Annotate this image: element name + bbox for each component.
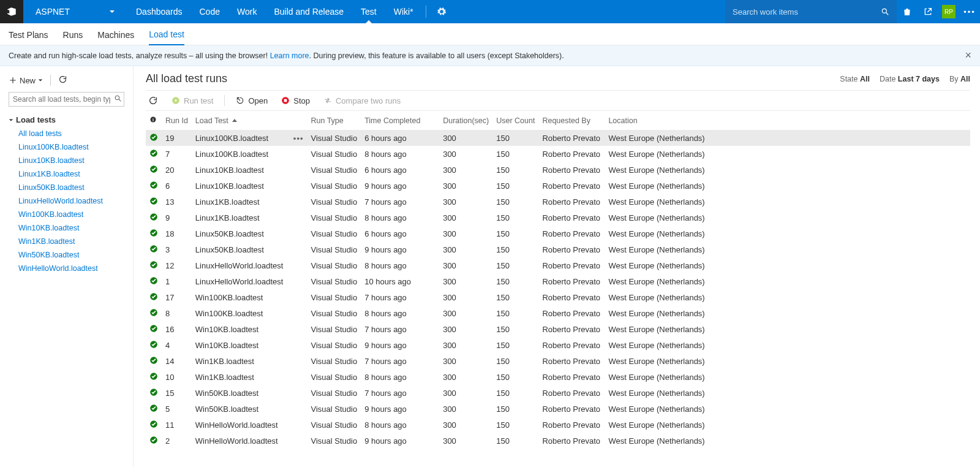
- subnav-machines[interactable]: Machines: [97, 25, 134, 45]
- subnav-test-plans[interactable]: Test Plans: [9, 25, 48, 45]
- cell-row-menu[interactable]: •••: [290, 417, 307, 433]
- filter-by[interactable]: By All: [949, 75, 970, 83]
- subnav-load-test[interactable]: Load test: [149, 25, 184, 45]
- cell-row-menu[interactable]: •••: [290, 226, 307, 241]
- refresh-runs-button[interactable]: [146, 94, 160, 107]
- table-row[interactable]: 18Linux50KB.loadtest•••Visual Studio6 ho…: [146, 226, 970, 241]
- nav-build-and-release[interactable]: Build and Release: [265, 0, 352, 23]
- table-row[interactable]: 19Linux100KB.loadtest•••Visual Studio6 h…: [146, 130, 970, 146]
- nav-test[interactable]: Test: [352, 0, 385, 23]
- new-window-button[interactable]: [918, 0, 938, 23]
- cell-row-menu[interactable]: •••: [290, 385, 307, 401]
- subnav-runs[interactable]: Runs: [63, 25, 83, 45]
- table-row[interactable]: 3Linux50KB.loadtest•••Visual Studio9 hou…: [146, 241, 970, 257]
- open-button[interactable]: Open: [233, 95, 270, 107]
- col-header[interactable]: Run Type: [307, 111, 361, 130]
- learn-more-link[interactable]: Learn more: [270, 51, 309, 60]
- tree-item[interactable]: Win100KB.loadtest: [9, 208, 124, 221]
- user-avatar[interactable]: RP: [942, 5, 956, 18]
- cell-row-menu[interactable]: •••: [290, 130, 307, 146]
- cell-row-menu[interactable]: •••: [290, 178, 307, 194]
- global-search[interactable]: [725, 0, 897, 23]
- col-header[interactable]: [290, 111, 307, 130]
- nav-work[interactable]: Work: [228, 0, 265, 23]
- filter-date[interactable]: Date Last 7 days: [880, 75, 940, 83]
- col-header[interactable]: Run Id: [162, 111, 192, 130]
- cell-row-menu[interactable]: •••: [290, 305, 307, 321]
- table-row[interactable]: 7Linux100KB.loadtest•••Visual Studio8 ho…: [146, 146, 970, 162]
- tree-item[interactable]: Linux10KB.loadtest: [9, 154, 124, 167]
- cell-row-menu[interactable]: •••: [290, 162, 307, 178]
- run-test-button[interactable]: Run test: [169, 95, 216, 107]
- search-loadtests[interactable]: [9, 92, 124, 107]
- table-row[interactable]: 12LinuxHelloWorld.loadtest•••Visual Stud…: [146, 257, 970, 273]
- close-banner-button[interactable]: ×: [965, 49, 971, 62]
- cell-row-menu[interactable]: •••: [290, 210, 307, 226]
- cell-row-menu[interactable]: •••: [290, 257, 307, 273]
- tree-item[interactable]: WinHelloWorld.loadtest: [9, 262, 124, 275]
- cell-row-menu[interactable]: •••: [290, 337, 307, 353]
- table-row[interactable]: 14Win1KB.loadtest•••Visual Studio7 hours…: [146, 353, 970, 369]
- stop-button[interactable]: Stop: [279, 95, 312, 107]
- ellipsis-icon[interactable]: •••: [293, 134, 304, 143]
- col-header[interactable]: Time Completed: [361, 111, 439, 130]
- cell-row-menu[interactable]: •••: [290, 353, 307, 369]
- more-button[interactable]: •••: [959, 0, 980, 23]
- table-row[interactable]: 10Win1KB.loadtest•••Visual Studio8 hours…: [146, 369, 970, 385]
- cell-row-menu[interactable]: •••: [290, 241, 307, 257]
- cell-user-count: 150: [492, 146, 538, 162]
- cell-row-menu[interactable]: •••: [290, 369, 307, 385]
- table-row[interactable]: 11WinHelloWorld.loadtest•••Visual Studio…: [146, 417, 970, 433]
- refresh-button[interactable]: [58, 75, 67, 86]
- tree-item[interactable]: Win10KB.loadtest: [9, 221, 124, 235]
- settings-button[interactable]: [430, 0, 453, 23]
- tree-item[interactable]: All load tests: [9, 127, 124, 140]
- table-row[interactable]: 6Linux10KB.loadtest•••Visual Studio9 hou…: [146, 178, 970, 194]
- nav-code[interactable]: Code: [191, 0, 228, 23]
- vsts-logo-icon[interactable]: [0, 0, 23, 23]
- tree-item[interactable]: Linux1KB.loadtest: [9, 167, 124, 181]
- search-loadtests-input[interactable]: [9, 92, 124, 107]
- cell-row-menu[interactable]: •••: [290, 321, 307, 337]
- table-row[interactable]: 4Win10KB.loadtest•••Visual Studio9 hours…: [146, 337, 970, 353]
- tree-header-loadtests[interactable]: Load tests: [9, 113, 124, 127]
- table-row[interactable]: 5Win50KB.loadtest•••Visual Studio9 hours…: [146, 401, 970, 417]
- compare-runs-button[interactable]: Compare two runs: [321, 95, 403, 107]
- nav-dashboards[interactable]: Dashboards: [127, 0, 191, 23]
- tree-item[interactable]: Linux100KB.loadtest: [9, 140, 124, 154]
- nav-wiki-[interactable]: Wiki*: [385, 0, 422, 23]
- cell-location: West Europe (Netherlands): [605, 273, 970, 289]
- cell-row-menu[interactable]: •••: [290, 146, 307, 162]
- play-icon: [172, 96, 180, 105]
- col-header[interactable]: Requested By: [538, 111, 605, 130]
- table-row[interactable]: 9Linux1KB.loadtest•••Visual Studio8 hour…: [146, 210, 970, 226]
- table-row[interactable]: 2WinHelloWorld.loadtest•••Visual Studio9…: [146, 433, 970, 449]
- table-row[interactable]: 13Linux1KB.loadtest•••Visual Studio7 hou…: [146, 194, 970, 210]
- tree-item[interactable]: Win50KB.loadtest: [9, 248, 124, 262]
- project-selector[interactable]: ASPNET: [23, 0, 127, 23]
- success-icon: [149, 245, 158, 253]
- table-row[interactable]: 1LinuxHelloWorld.loadtest•••Visual Studi…: [146, 273, 970, 289]
- col-header[interactable]: User Count: [492, 111, 538, 130]
- cell-row-menu[interactable]: •••: [290, 194, 307, 210]
- new-button[interactable]: New: [9, 76, 43, 85]
- table-row[interactable]: 17Win100KB.loadtest•••Visual Studio7 hou…: [146, 289, 970, 305]
- table-row[interactable]: 8Win100KB.loadtest•••Visual Studio8 hour…: [146, 305, 970, 321]
- col-header[interactable]: Load Test: [192, 111, 290, 130]
- col-header[interactable]: Location: [605, 111, 970, 130]
- table-row[interactable]: 15Win50KB.loadtest•••Visual Studio7 hour…: [146, 385, 970, 401]
- table-row[interactable]: 16Win10KB.loadtest•••Visual Studio7 hour…: [146, 321, 970, 337]
- tree-item[interactable]: Win1KB.loadtest: [9, 235, 124, 248]
- cell-row-menu[interactable]: •••: [290, 433, 307, 449]
- tree-item[interactable]: Linux50KB.loadtest: [9, 181, 124, 194]
- tree-item[interactable]: LinuxHelloWorld.loadtest: [9, 194, 124, 208]
- cell-row-menu[interactable]: •••: [290, 401, 307, 417]
- search-input[interactable]: [733, 7, 881, 17]
- cell-row-menu[interactable]: •••: [290, 289, 307, 305]
- cell-row-menu[interactable]: •••: [290, 273, 307, 289]
- col-header[interactable]: Duration(sec): [439, 111, 492, 130]
- marketplace-button[interactable]: [897, 0, 918, 23]
- col-header[interactable]: i: [146, 111, 162, 130]
- filter-state[interactable]: State All: [840, 75, 870, 83]
- table-row[interactable]: 20Linux10KB.loadtest•••Visual Studio6 ho…: [146, 162, 970, 178]
